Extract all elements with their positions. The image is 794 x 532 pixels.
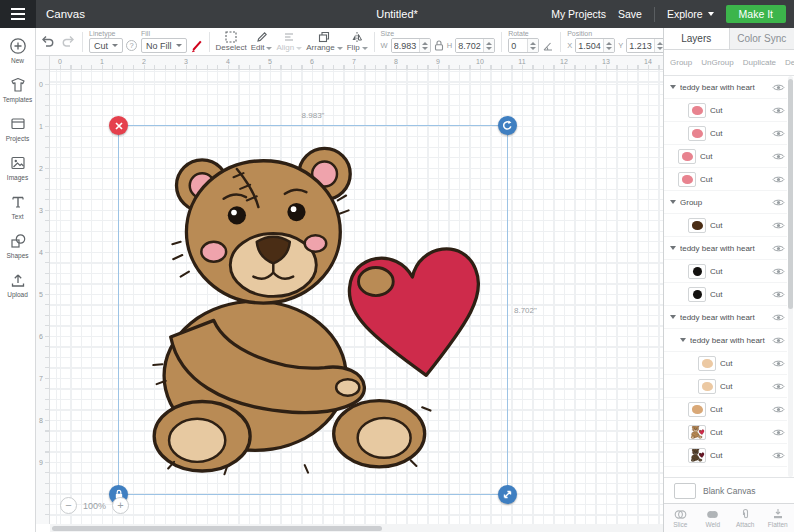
visibility-eye-icon[interactable]: [772, 336, 785, 345]
rotate-input[interactable]: [508, 38, 539, 53]
layer-row[interactable]: Cut: [664, 145, 787, 168]
flip-dropdown[interactable]: Flip: [347, 31, 368, 52]
resize-selection-handle[interactable]: [498, 485, 517, 504]
visibility-eye-icon[interactable]: [772, 451, 785, 460]
align-dropdown[interactable]: Align: [276, 31, 302, 52]
layer-group-row[interactable]: Group: [664, 191, 787, 214]
visibility-eye-icon[interactable]: [772, 198, 785, 207]
layer-row[interactable]: Cut: [664, 375, 787, 398]
chevron-down-icon[interactable]: [670, 85, 676, 89]
rotate-stepper[interactable]: [527, 39, 538, 52]
sidebar-item-images[interactable]: Images: [0, 154, 35, 181]
x-stepper[interactable]: [603, 39, 614, 52]
visibility-eye-icon[interactable]: [772, 405, 785, 414]
visibility-eye-icon[interactable]: [772, 290, 785, 299]
position-y-input[interactable]: [626, 38, 663, 53]
selection-box[interactable]: 8.983" 8.702": [118, 125, 508, 495]
visibility-eye-icon[interactable]: [772, 267, 785, 276]
undo-button[interactable]: [40, 35, 55, 48]
visibility-eye-icon[interactable]: [772, 221, 785, 230]
layer-row[interactable]: Cut: [664, 398, 787, 421]
layers-scrollbar-thumb[interactable]: [788, 79, 793, 309]
visibility-eye-icon[interactable]: [772, 106, 785, 115]
delete-selection-handle[interactable]: [109, 116, 128, 135]
weld-button[interactable]: Weld: [697, 504, 730, 532]
tab-color-sync[interactable]: Color Sync: [730, 28, 794, 49]
linetype-select[interactable]: Cut: [89, 38, 123, 53]
sidebar-item-projects[interactable]: Projects: [0, 115, 35, 142]
visibility-eye-icon[interactable]: [772, 152, 785, 161]
lock-aspect-icon[interactable]: [434, 40, 444, 51]
explore-dropdown[interactable]: Explore: [667, 8, 714, 20]
canvas-menu-label[interactable]: Canvas: [46, 8, 85, 20]
layer-row[interactable]: Cut: [664, 122, 787, 145]
layer-row[interactable]: Cut: [664, 283, 787, 306]
layer-row[interactable]: Cut: [664, 214, 787, 237]
visibility-eye-icon[interactable]: [772, 129, 785, 138]
edit-dropdown[interactable]: Edit: [251, 31, 273, 52]
height-stepper[interactable]: [483, 39, 494, 52]
sidebar-item-new[interactable]: New: [0, 37, 35, 64]
position-y-value[interactable]: [627, 39, 654, 52]
teddy-bear-with-heart-artwork[interactable]: [131, 134, 495, 482]
layer-group-row[interactable]: teddy bear with heart: [664, 329, 787, 352]
layer-group-row[interactable]: teddy bear with heart: [664, 76, 787, 99]
make-it-button[interactable]: Make It: [726, 5, 786, 23]
sidebar-item-templates[interactable]: Templates: [0, 76, 35, 103]
tab-layers[interactable]: Layers: [664, 28, 730, 49]
visibility-eye-icon[interactable]: [772, 359, 785, 368]
layer-group-row[interactable]: teddy bear with heart: [664, 306, 787, 329]
rotate-value[interactable]: [509, 39, 527, 52]
sidebar-item-shapes[interactable]: Shapes: [0, 232, 35, 259]
visibility-eye-icon[interactable]: [772, 428, 785, 437]
y-stepper[interactable]: [654, 39, 663, 52]
horizontal-scrollbar-thumb[interactable]: [52, 526, 382, 531]
delete-button[interactable]: Delete: [785, 58, 794, 67]
my-projects-link[interactable]: My Projects: [551, 8, 606, 20]
layer-group-row[interactable]: teddy bear with heart: [664, 237, 787, 260]
visibility-eye-icon[interactable]: [772, 313, 785, 322]
redo-button[interactable]: [61, 35, 76, 48]
visibility-eye-icon[interactable]: [772, 175, 785, 184]
zoom-out-button[interactable]: −: [60, 497, 77, 514]
horizontal-scrollbar[interactable]: [50, 524, 663, 532]
layer-row[interactable]: Cut: [664, 352, 787, 375]
group-button[interactable]: Group: [670, 58, 692, 67]
chevron-down-icon[interactable]: [670, 200, 676, 204]
layer-row[interactable]: Cut: [664, 260, 787, 283]
height-input[interactable]: [455, 38, 495, 53]
deselect-button[interactable]: Deselect: [216, 31, 247, 52]
visibility-eye-icon[interactable]: [772, 382, 785, 391]
ungroup-button[interactable]: UnGroup: [701, 58, 733, 67]
canvas-grid[interactable]: 8.983" 8.702" − 100% +: [50, 70, 663, 524]
fill-select[interactable]: No Fill: [141, 38, 187, 53]
chevron-down-icon[interactable]: [680, 338, 686, 342]
visibility-eye-icon[interactable]: [772, 244, 785, 253]
help-button[interactable]: ?: [126, 40, 137, 51]
arrange-dropdown[interactable]: Arrange: [306, 31, 342, 52]
chevron-down-icon[interactable]: [670, 315, 676, 319]
save-link[interactable]: Save: [618, 8, 642, 20]
visibility-eye-icon[interactable]: [772, 83, 785, 92]
rotate-selection-handle[interactable]: [498, 116, 517, 135]
duplicate-button[interactable]: Duplicate: [743, 58, 776, 67]
width-stepper[interactable]: [419, 39, 430, 52]
sidebar-item-upload[interactable]: Upload: [0, 271, 35, 298]
position-x-value[interactable]: [576, 39, 603, 52]
position-x-input[interactable]: [575, 38, 615, 53]
width-value[interactable]: [392, 39, 419, 52]
menu-button[interactable]: [0, 0, 36, 28]
zoom-in-button[interactable]: +: [112, 497, 129, 514]
layer-row[interactable]: Cut: [664, 444, 787, 467]
slice-button[interactable]: Slice: [664, 504, 697, 532]
attach-button[interactable]: Attach: [729, 504, 762, 532]
sidebar-item-text[interactable]: Text: [0, 193, 35, 220]
layer-row[interactable]: Cut: [664, 168, 787, 191]
height-value[interactable]: [456, 39, 483, 52]
chevron-down-icon[interactable]: [670, 246, 676, 250]
layer-row[interactable]: Cut: [664, 421, 787, 444]
flatten-button[interactable]: Flatten: [762, 504, 794, 532]
layer-row[interactable]: Cut: [664, 99, 787, 122]
blank-canvas-row[interactable]: Blank Canvas: [664, 477, 794, 503]
width-input[interactable]: [391, 38, 431, 53]
